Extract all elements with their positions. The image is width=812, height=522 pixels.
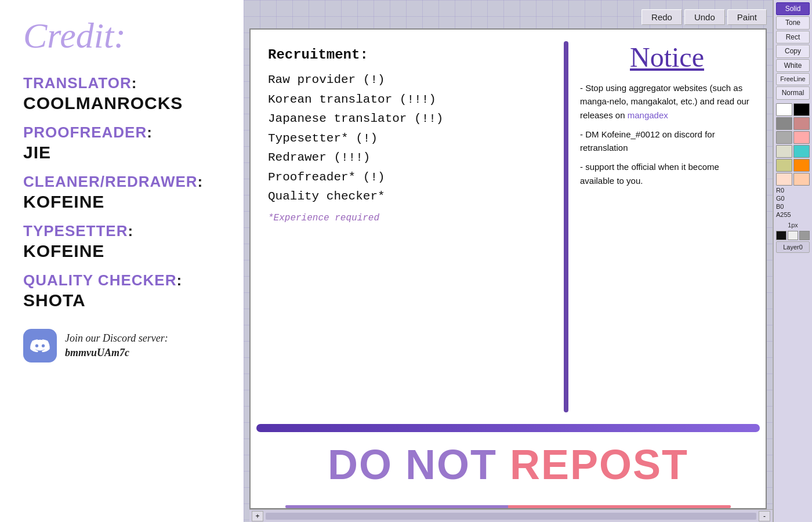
g-label: G0 bbox=[776, 195, 785, 202]
canvas-area: Recruitment: Raw provider (!) Korean tra… bbox=[249, 28, 773, 522]
do-not-repost-underline bbox=[285, 505, 731, 508]
recruitment-item-1: Korean translator (!!!) bbox=[268, 90, 552, 109]
r-label: R0 bbox=[776, 187, 784, 194]
notice-mangadex-link[interactable]: mangadex bbox=[628, 110, 668, 120]
notice-title: Notice bbox=[580, 41, 754, 73]
name-typesetter: KOFEINE bbox=[23, 241, 226, 261]
redo-button[interactable]: Redo bbox=[641, 9, 682, 25]
toolbar: Redo Undo Paint bbox=[244, 6, 773, 28]
roles-list: Translator: COOLMANROCKS Proofreader: JI… bbox=[23, 64, 226, 313]
tool-freeline[interactable]: FreeLine bbox=[776, 73, 810, 85]
px-swatch-gray[interactable] bbox=[799, 231, 810, 240]
color-gray[interactable] bbox=[776, 117, 792, 130]
notice-text-2: - support the official when it become av… bbox=[580, 160, 754, 187]
px-swatch-white[interactable] bbox=[788, 231, 798, 240]
color-black[interactable] bbox=[793, 103, 810, 116]
role-translator: Translator: COOLMANROCKS bbox=[23, 74, 226, 113]
b-value-row: B0 bbox=[776, 203, 810, 210]
px-label: 1px bbox=[776, 222, 810, 229]
role-label-cleaner: Cleaner/Redrawer: bbox=[23, 173, 226, 191]
b-label: B0 bbox=[776, 203, 784, 210]
undo-button[interactable]: Undo bbox=[684, 9, 725, 25]
role-typesetter: Typesetter: KOFEINE bbox=[23, 222, 226, 261]
scroll-right-button[interactable]: - bbox=[759, 511, 770, 521]
role-label-proofreader: Proofreader: bbox=[23, 124, 226, 142]
g-value-row: G0 bbox=[776, 195, 810, 202]
tool-tone[interactable]: Tone bbox=[776, 16, 810, 29]
paint-button[interactable]: Paint bbox=[727, 9, 767, 25]
name-proofreader: JIE bbox=[23, 143, 226, 162]
notice-text-0: - Stop using aggregator websites (such a… bbox=[580, 81, 754, 122]
color-orange[interactable] bbox=[793, 159, 810, 172]
tool-copy[interactable]: Copy bbox=[776, 45, 810, 57]
role-label-quality: Quality Checker: bbox=[23, 271, 226, 289]
a-value-row: A255 bbox=[776, 211, 810, 218]
recruitment-item-5: Proofreader* (!) bbox=[268, 168, 552, 187]
credit-title: Credit: bbox=[23, 17, 226, 53]
color-skin[interactable] bbox=[776, 173, 792, 186]
notice-col: Notice - Stop using aggregator websites … bbox=[568, 30, 766, 424]
name-cleaner: KOFEINE bbox=[23, 192, 226, 212]
scroll-left-button[interactable]: + bbox=[252, 511, 263, 521]
color-rose[interactable] bbox=[793, 117, 810, 130]
recruitment-item-3: Typesetter* (!) bbox=[268, 129, 552, 148]
discord-icon[interactable] bbox=[23, 329, 57, 362]
color-lightgray[interactable] bbox=[776, 131, 792, 144]
canvas-content: Recruitment: Raw provider (!) Korean tra… bbox=[249, 28, 767, 509]
main-area: Redo Undo Paint Recruitment: Raw provide… bbox=[244, 0, 773, 522]
recruitment-col: Recruitment: Raw provider (!) Korean tra… bbox=[251, 30, 564, 424]
role-label-typesetter: Typesetter: bbox=[23, 222, 226, 240]
do-not-repost-section: DO NOT REPOST bbox=[251, 432, 766, 503]
panel-inner: Recruitment: Raw provider (!) Korean tra… bbox=[251, 30, 766, 424]
scroll-track[interactable] bbox=[266, 513, 756, 520]
name-translator: COOLMANROCKS bbox=[23, 93, 226, 113]
role-quality: Quality Checker: SHOTA bbox=[23, 271, 226, 310]
right-panel: Solid Tone Rect Copy White FreeLine Norm… bbox=[773, 0, 812, 522]
a-label: A255 bbox=[776, 211, 791, 218]
color-yellow[interactable] bbox=[776, 159, 792, 172]
tool-normal[interactable]: Normal bbox=[776, 86, 810, 99]
discord-section: Join our Discord server: bmmvuUAm7c bbox=[23, 329, 226, 362]
recruitment-item-2: Japanese translator (!!) bbox=[268, 110, 552, 128]
tool-solid[interactable]: Solid bbox=[776, 2, 810, 15]
role-proofreader: Proofreader: JIE bbox=[23, 124, 226, 162]
discord-logo-svg bbox=[29, 338, 51, 354]
tool-white[interactable]: White bbox=[776, 59, 810, 72]
horizontal-bar bbox=[256, 424, 760, 432]
r-value-row: R0 bbox=[776, 187, 810, 194]
do-not-text: DO NOT bbox=[328, 441, 497, 488]
left-panel: Credit: Translator: COOLMANROCKS Proofre… bbox=[0, 0, 244, 522]
layer-button[interactable]: Layer0 bbox=[776, 241, 810, 253]
recruitment-item-0: Raw provider (!) bbox=[268, 71, 552, 89]
recruitment-item-4: Redrawer (!!!) bbox=[268, 148, 552, 167]
vertical-divider bbox=[564, 41, 568, 412]
repost-text: REPOST bbox=[510, 441, 688, 488]
scrollbar-bottom: + - bbox=[249, 509, 773, 522]
role-cleaner: Cleaner/Redrawer: KOFEINE bbox=[23, 173, 226, 212]
recruitment-item-6: Quality checker* bbox=[268, 187, 552, 206]
px-swatch-black[interactable] bbox=[776, 231, 786, 240]
color-cream[interactable] bbox=[776, 145, 792, 158]
discord-text: Join our Discord server: bmmvuUAm7c bbox=[65, 331, 168, 360]
color-white[interactable] bbox=[776, 103, 792, 116]
color-grid bbox=[776, 103, 810, 186]
notice-text-1: - DM Kofeine_#0012 on discord for retran… bbox=[580, 128, 754, 155]
color-pink[interactable] bbox=[793, 131, 810, 144]
name-quality: SHOTA bbox=[23, 291, 226, 310]
color-peach[interactable] bbox=[793, 173, 810, 186]
recruitment-title: Recruitment: bbox=[268, 47, 552, 63]
tool-rect[interactable]: Rect bbox=[776, 31, 810, 44]
px-swatch-row bbox=[776, 231, 810, 240]
experience-note: *Experience required bbox=[268, 213, 552, 223]
color-cyan[interactable] bbox=[793, 145, 810, 158]
role-label-translator: Translator: bbox=[23, 74, 226, 92]
